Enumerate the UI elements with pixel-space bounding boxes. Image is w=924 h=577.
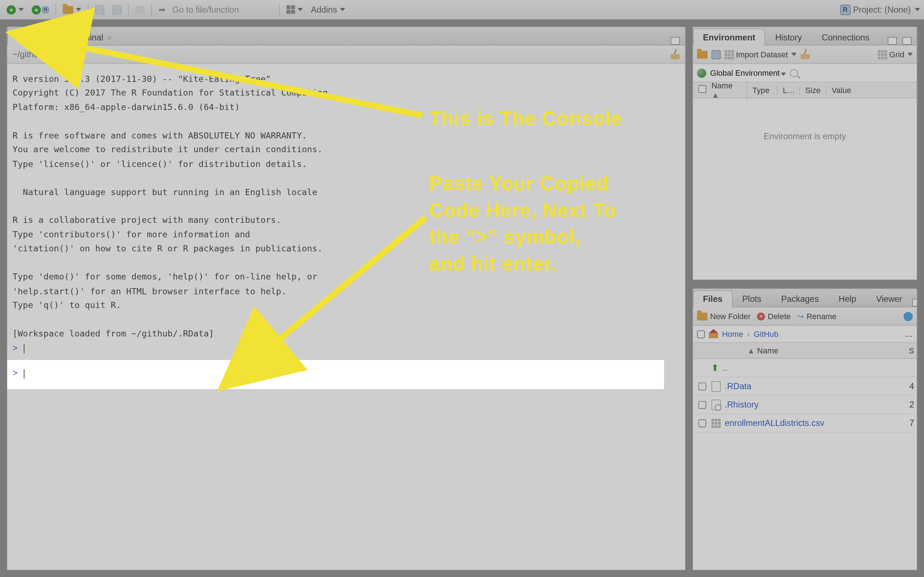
print-button[interactable] <box>133 4 147 15</box>
env-scope-bar: Global Environment <box>693 64 917 82</box>
tab-packages[interactable]: Packages <box>771 290 829 308</box>
load-workspace-icon[interactable] <box>697 50 708 58</box>
gear-icon[interactable] <box>903 311 913 321</box>
rename-button[interactable]: ↪Rename <box>797 311 837 321</box>
rhistory-icon <box>711 399 721 410</box>
console-prompt-highlight: > <box>7 360 664 389</box>
goto-placeholder: Go to file/function <box>167 3 273 16</box>
new-folder-button[interactable]: New Folder <box>697 311 751 321</box>
file-row[interactable]: enrollmentALLdistricts.csv 7 <box>693 414 917 432</box>
environment-pane: Environment History Connections Import D… <box>692 26 918 280</box>
maximize-icon[interactable] <box>902 37 912 45</box>
minimize-icon[interactable] <box>888 37 897 45</box>
env-search[interactable] <box>790 69 913 77</box>
separator <box>88 3 89 16</box>
env-column-headers: Name ▲ Type L… Size Value <box>693 82 917 98</box>
files-pane: Files Plots Packages Help Viewer New Fol… <box>692 288 918 571</box>
new-file-button[interactable]: + <box>4 3 26 16</box>
tab-history[interactable]: History <box>765 29 812 46</box>
delete-button[interactable]: ✕Delete <box>757 311 791 321</box>
working-dir: ~/github/ <box>13 49 46 59</box>
tab-viewer[interactable]: Viewer <box>866 290 912 308</box>
project-selector[interactable]: RProject: (None) <box>840 4 920 15</box>
files-tabbar: Files Plots Packages Help Viewer <box>693 289 917 307</box>
breadcrumb-dir[interactable]: GitHub <box>754 329 778 338</box>
select-all-files-checkbox[interactable] <box>697 330 705 338</box>
new-project-button[interactable]: +R <box>29 3 51 16</box>
save-button[interactable] <box>92 3 107 16</box>
search-icon <box>790 69 798 77</box>
files-breadcrumb: Home › GitHub … <box>693 326 917 343</box>
view-mode-button[interactable]: Grid <box>878 50 913 59</box>
panes-button[interactable] <box>284 4 305 15</box>
import-dataset-button[interactable]: Import Dataset <box>725 50 796 59</box>
tab-files[interactable]: Files <box>693 290 732 308</box>
env-empty-message: Environment is empty <box>693 98 917 279</box>
console-output: R version 3.4.3 (2017-11-30) -- "Kite-Ea… <box>7 64 685 340</box>
open-file-button[interactable] <box>60 4 84 15</box>
file-checkbox[interactable] <box>698 382 706 390</box>
tab-console[interactable]: Console <box>7 29 61 46</box>
env-tabbar: Environment History Connections <box>693 27 917 45</box>
file-row[interactable]: .RData 4 <box>693 377 917 396</box>
file-row[interactable]: .Rhistory 2 <box>693 396 917 414</box>
breadcrumb-home[interactable]: Home <box>722 329 743 338</box>
clear-env-icon[interactable] <box>801 50 810 59</box>
goto-button[interactable]: ➦Go to file/function <box>156 2 275 17</box>
chevron-icon: › <box>747 329 750 338</box>
main-toolbar: + +R ➦Go to file/function Addins RProjec… <box>0 0 924 20</box>
env-toolbar: Import Dataset Grid <box>693 45 917 64</box>
tab-help[interactable]: Help <box>829 290 866 308</box>
home-icon[interactable] <box>709 330 718 338</box>
rdata-icon <box>711 381 721 391</box>
file-checkbox[interactable] <box>698 419 706 427</box>
separator <box>56 3 56 16</box>
console-path-bar: ~/github/ ⇗ <box>7 45 685 64</box>
console-pane: Console Terminal× ~/github/ ⇗ R version … <box>6 26 686 571</box>
up-arrow-icon: ⬆ <box>711 363 719 372</box>
csv-icon <box>711 418 721 428</box>
env-scope-selector[interactable]: Global Environment <box>710 68 787 77</box>
files-toolbar: New Folder ✕Delete ↪Rename <box>693 307 917 326</box>
console-body[interactable]: R version 3.4.3 (2017-11-30) -- "Kite-Ea… <box>7 64 685 570</box>
save-workspace-icon[interactable] <box>711 50 721 59</box>
tab-plots[interactable]: Plots <box>732 290 771 308</box>
minimize-icon[interactable] <box>912 298 918 306</box>
separator <box>279 3 280 16</box>
separator <box>151 3 152 16</box>
file-checkbox[interactable] <box>698 401 706 409</box>
addins-button[interactable]: Addins <box>308 3 347 16</box>
close-icon[interactable]: × <box>107 33 111 41</box>
select-all-checkbox[interactable] <box>698 85 706 93</box>
console-prompt-line[interactable]: > <box>7 340 685 357</box>
tab-environment[interactable]: Environment <box>693 29 765 46</box>
globe-icon <box>697 68 706 77</box>
breadcrumb-more[interactable]: … <box>905 329 913 338</box>
tab-connections[interactable]: Connections <box>812 29 879 46</box>
console-tabbar: Console Terminal× <box>7 27 685 45</box>
files-column-headers: ▲ Name S <box>693 343 917 359</box>
tab-terminal[interactable]: Terminal× <box>61 29 121 46</box>
path-arrow-icon[interactable]: ⇗ <box>51 49 58 59</box>
clear-console-icon[interactable] <box>670 50 680 59</box>
maximize-icon[interactable] <box>670 37 680 45</box>
separator <box>128 3 129 16</box>
file-row-up[interactable]: ⬆.. <box>693 359 917 377</box>
save-all-button[interactable] <box>110 3 124 16</box>
